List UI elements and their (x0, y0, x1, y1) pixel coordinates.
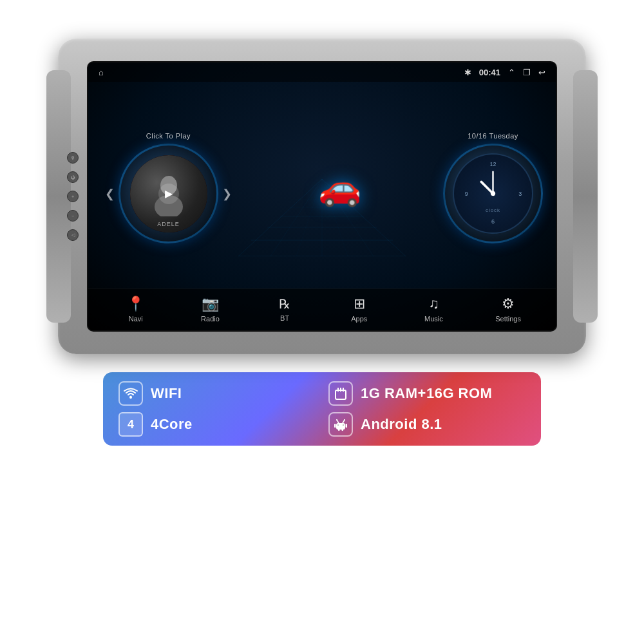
settings-label: Settings (495, 315, 521, 323)
clock-section: 10/16 Tuesday 12 3 6 9 (443, 132, 543, 243)
ram-spec-text: 1G RAM+16G ROM (361, 385, 492, 402)
prev-track-button[interactable]: ❮ (101, 187, 118, 201)
circles-row: Click To Play ❮ (88, 82, 556, 289)
bt-label: BT (280, 314, 289, 322)
svg-point-18 (491, 191, 495, 196)
svg-rect-21 (337, 388, 339, 392)
wifi-spec-text: WIFI (151, 385, 182, 402)
music-label: Music (424, 315, 443, 323)
music-player-section: Click To Play ❮ (101, 132, 236, 243)
spec-item-core: 4 4Core (118, 412, 316, 437)
car-icon: 🚗 (318, 167, 361, 208)
nav-item-settings[interactable]: ⚙ Settings (489, 296, 527, 323)
spec-item-ram: 1G RAM+16G ROM (328, 381, 526, 406)
clock-label: clock (486, 207, 500, 213)
mic-button[interactable]: 🎙 (67, 152, 79, 164)
volume-up-button[interactable]: + (67, 191, 79, 202)
play-button[interactable]: ▶ (158, 184, 179, 204)
svg-point-33 (336, 419, 337, 421)
wifi-icon-box (118, 381, 143, 406)
click-to-play-label: Click To Play (146, 132, 191, 140)
nav-item-music[interactable]: ♫ Music (414, 296, 453, 323)
android-icon (334, 417, 348, 431)
expand-icon[interactable]: ⌃ (508, 68, 515, 77)
album-art: ▶ ADELE (130, 155, 207, 232)
core-icon-box: 4 (118, 412, 143, 437)
spec-item-wifi: WIFI (118, 381, 316, 406)
main-display-area: Click To Play ❮ (88, 82, 556, 289)
settings-icon: ⚙ (502, 296, 515, 312)
clock-hands (454, 155, 532, 232)
center-car-area: 🚗 (236, 167, 443, 208)
apps-icon: ⊞ (354, 296, 365, 312)
status-bar: ⌂ ✱ 00:41 ⌃ ❐ ↩ (88, 62, 556, 82)
power-button[interactable]: ⏻ (67, 171, 79, 183)
navi-label: Navi (129, 315, 143, 323)
svg-rect-28 (342, 428, 344, 431)
svg-rect-27 (338, 428, 340, 431)
svg-rect-20 (336, 390, 346, 399)
android-spec-text: Android 8.1 (361, 416, 442, 433)
artist-label: ADELE (157, 221, 180, 227)
svg-rect-24 (336, 423, 345, 430)
sdcard-icon (334, 387, 348, 400)
svg-point-34 (344, 419, 345, 421)
nav-item-navi[interactable]: 📍 Navi (117, 296, 155, 323)
bluetooth-icon: ✱ (464, 68, 471, 77)
radio-label: Radio (201, 315, 220, 323)
music-icon: ♫ (428, 296, 439, 312)
svg-rect-25 (334, 424, 336, 428)
bottom-nav-bar: 📍 Navi 📷 Radio ℞ BT ⊞ Apps (88, 289, 556, 330)
next-track-button[interactable]: ❯ (218, 187, 236, 201)
music-circle[interactable]: ▶ ADELE (118, 144, 218, 243)
car-screen: ⌂ ✱ 00:41 ⌃ ❐ ↩ (87, 61, 557, 332)
side-button-strip: 🎙 ⏻ + − ◁ (67, 152, 79, 241)
nav-item-radio[interactable]: 📷 Radio (191, 296, 229, 323)
svg-line-16 (481, 182, 493, 193)
date-label: 10/16 Tuesday (468, 132, 518, 140)
svg-rect-22 (340, 388, 341, 392)
status-time: 00:41 (479, 68, 500, 77)
navi-icon: 📍 (127, 296, 144, 312)
volume-down-button[interactable]: − (67, 210, 79, 222)
spec-badge: WIFI 1G RAM+16G ROM 4 4Core (103, 372, 541, 446)
svg-rect-23 (343, 388, 344, 392)
product-wrapper: 🎙 ⏻ + − ◁ ⌂ ✱ 00:41 ⌃ ❐ ↩ (58, 39, 586, 446)
back-icon[interactable]: ↩ (538, 68, 545, 77)
prev-button[interactable]: ◁ (67, 229, 79, 241)
window-icon[interactable]: ❐ (523, 68, 531, 77)
core-spec-text: 4Core (151, 416, 193, 433)
clock-circle: 12 3 6 9 (443, 144, 543, 243)
bt-icon: ℞ (279, 296, 290, 312)
clock-face: 12 3 6 9 (453, 153, 533, 234)
home-icon[interactable]: ⌂ (99, 68, 104, 77)
apps-label: Apps (351, 315, 367, 323)
wifi-icon (124, 388, 138, 399)
nav-item-apps[interactable]: ⊞ Apps (340, 296, 379, 323)
radio-icon: 📷 (202, 296, 219, 312)
android-icon-box (328, 412, 353, 437)
car-unit-shell: 🎙 ⏻ + − ◁ ⌂ ✱ 00:41 ⌃ ❐ ↩ (58, 39, 586, 354)
spec-item-android: Android 8.1 (328, 412, 526, 437)
svg-rect-26 (346, 424, 348, 428)
nav-item-bt[interactable]: ℞ BT (265, 296, 304, 322)
ram-icon-box (328, 381, 353, 406)
svg-point-19 (129, 396, 132, 399)
